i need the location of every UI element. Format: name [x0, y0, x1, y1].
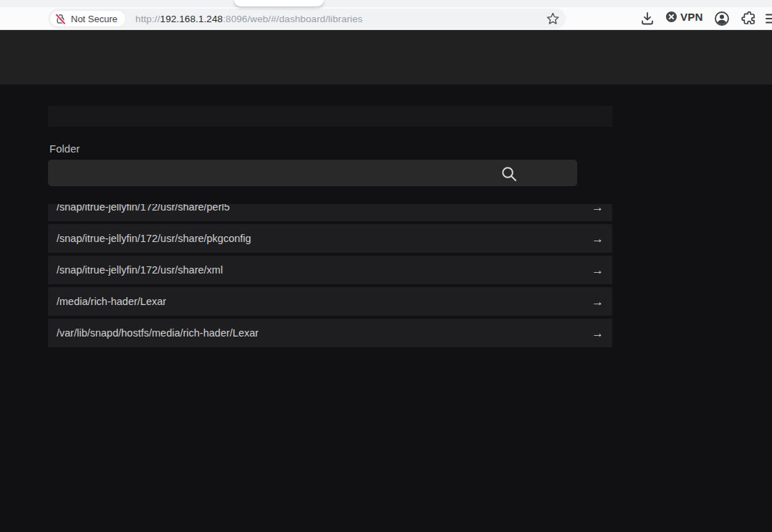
- folder-path: /snap/itrue-jellyfin/172/usr/share/perl5: [57, 204, 230, 213]
- account-icon: [713, 10, 730, 27]
- directory-picker-header: [48, 106, 612, 127]
- url-rest: :8096/web/#/dashboard/libraries: [223, 14, 362, 24]
- downloads-button[interactable]: [639, 10, 656, 27]
- arrow-forward-icon: →: [592, 233, 604, 245]
- app-header-band: [0, 30, 772, 84]
- folder-row[interactable]: /snap/itrue-jellyfin/172/usr/share/perl5…: [48, 204, 612, 221]
- hamburger-menu-icon: [763, 10, 772, 27]
- folder-row[interactable]: /media/rich-hader/Lexar →: [48, 287, 612, 316]
- folder-path: /var/lib/snapd/hostfs/media/rich-hader/L…: [57, 327, 259, 339]
- extensions-button[interactable]: [740, 10, 758, 27]
- search-icon: [500, 165, 518, 183]
- arrow-forward-icon: →: [592, 264, 604, 276]
- vpn-button[interactable]: VPN: [665, 11, 703, 23]
- url-host: 192.168.1.248: [160, 14, 223, 24]
- folder-row[interactable]: /snap/itrue-jellyfin/172/usr/share/xml →: [48, 256, 612, 284]
- vpn-label: VPN: [680, 11, 703, 23]
- browser-toolbar: Not Secure http://192.168.1.248:8096/web…: [0, 7, 772, 30]
- security-chip[interactable]: Not Secure: [49, 10, 126, 27]
- profile-button[interactable]: [713, 10, 730, 27]
- bookmark-button[interactable]: [546, 11, 560, 26]
- folder-path: /snap/itrue-jellyfin/172/usr/share/xml: [57, 264, 223, 276]
- arrow-forward-icon: →: [592, 296, 604, 308]
- download-icon: [639, 10, 656, 27]
- active-tab[interactable]: [234, 0, 324, 6]
- insecure-lock-icon: [54, 12, 67, 26]
- folder-path: /media/rich-hader/Lexar: [57, 296, 166, 307]
- menu-button[interactable]: [763, 10, 772, 27]
- security-label: Not Secure: [71, 14, 117, 24]
- search-button[interactable]: [498, 163, 520, 185]
- vpn-status-icon: [665, 11, 677, 23]
- browser-tabstrip: [0, 0, 772, 7]
- folder-path: /snap/itrue-jellyfin/172/usr/share/pkgco…: [57, 233, 251, 244]
- arrow-forward-icon: →: [592, 327, 604, 339]
- folder-list: /snap/itrue-jellyfin/172/usr/share/perl5…: [48, 204, 612, 348]
- folder-row[interactable]: /snap/itrue-jellyfin/172/usr/share/pkgco…: [48, 224, 612, 253]
- url-scheme: http://: [135, 14, 160, 24]
- folder-list-inner: /snap/itrue-jellyfin/172/usr/share/perl5…: [48, 204, 612, 347]
- url-text[interactable]: http://192.168.1.248:8096/web/#/dashboar…: [135, 14, 362, 24]
- star-icon: [546, 11, 560, 26]
- dashboard-page: Folder /snap/itrue-jellyfin/172/usr/shar…: [0, 84, 772, 532]
- folder-field-label: Folder: [49, 142, 80, 155]
- puzzle-piece-icon: [740, 10, 758, 27]
- address-bar[interactable]: Not Secure http://192.168.1.248:8096/web…: [48, 9, 566, 29]
- folder-row[interactable]: /var/lib/snapd/hostfs/media/rich-hader/L…: [48, 319, 612, 347]
- arrow-forward-icon: →: [592, 204, 604, 213]
